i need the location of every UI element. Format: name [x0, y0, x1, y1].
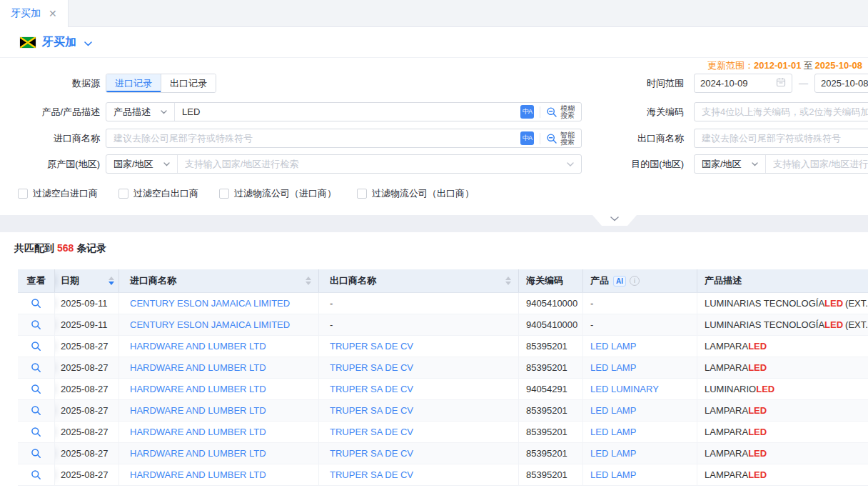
view-search-icon[interactable] — [31, 362, 41, 373]
exporter-label: 出口商名称 — [592, 129, 684, 148]
origin-country-group: 国家/地区 — [106, 154, 582, 174]
product-link[interactable]: LED LAMP — [590, 448, 636, 459]
exporter-link[interactable]: TRUPER SA DE CV — [330, 427, 413, 437]
importer-link[interactable]: HARDWARE AND LUMBER LTD — [130, 384, 266, 394]
view-search-icon[interactable] — [31, 469, 41, 480]
view-search-icon[interactable] — [31, 341, 41, 352]
exporter-link[interactable]: TRUPER SA DE CV — [330, 448, 413, 459]
sort-asc-icon[interactable] — [505, 277, 511, 280]
checkbox-filter-logistics-exporter[interactable]: 过滤物流公司（出口商） — [357, 187, 474, 200]
origin-type-select[interactable]: 国家/地区 — [106, 155, 178, 173]
date-cell: 2025-09-11 — [55, 314, 119, 335]
description-cell: LAMPARA LED — [697, 422, 868, 442]
view-search-icon[interactable] — [31, 427, 41, 437]
exporter-cell: TRUPER SA DE CV — [319, 443, 519, 464]
divider — [540, 133, 540, 144]
date-cell: 2025-09-11 — [55, 293, 119, 314]
importer-link[interactable]: CENTURY ESLON JAMAICA LIMITED — [130, 319, 290, 330]
exporter-link[interactable]: TRUPER SA DE CV — [330, 405, 413, 416]
sort-icons — [108, 277, 114, 285]
chevron-down-icon[interactable] — [567, 162, 581, 166]
product-search-input[interactable] — [175, 103, 520, 121]
view-search-icon[interactable] — [31, 298, 41, 309]
start-date-input[interactable] — [700, 78, 764, 89]
product-field-select[interactable]: 产品描述 — [106, 103, 175, 121]
end-date-input[interactable] — [821, 78, 868, 89]
end-date-picker[interactable] — [814, 74, 868, 93]
view-search-icon[interactable] — [31, 448, 41, 459]
importer-link[interactable]: HARDWARE AND LUMBER LTD — [130, 469, 266, 480]
product-link[interactable]: LED LAMP — [590, 362, 636, 373]
exporter-link[interactable]: TRUPER SA DE CV — [330, 341, 413, 352]
translate-icon[interactable]: 中A — [520, 105, 534, 119]
chevron-down-icon[interactable] — [84, 36, 92, 49]
importer-link[interactable]: HARDWARE AND LUMBER LTD — [130, 448, 266, 459]
importer-link[interactable]: HARDWARE AND LUMBER LTD — [130, 341, 266, 352]
exporter-link[interactable]: TRUPER SA DE CV — [330, 384, 413, 394]
export-records-tab[interactable]: 出口记录 — [161, 74, 216, 92]
origin-country-input[interactable] — [178, 155, 567, 173]
product-link[interactable]: LED LAMP — [590, 405, 636, 416]
sort-desc-icon[interactable] — [108, 282, 114, 285]
fuzzy-search-button[interactable]: 模糊搜索 — [546, 105, 575, 119]
col-header-importer[interactable]: 进口商名称 — [119, 269, 319, 292]
sort-icons — [306, 277, 311, 285]
checkbox-icon[interactable] — [219, 189, 229, 199]
update-range: 更新范围：2012-01-01至2025-10-08 — [707, 59, 862, 72]
sort-asc-icon[interactable] — [306, 277, 311, 280]
importer-link[interactable]: HARDWARE AND LUMBER LTD — [130, 427, 266, 437]
exporter-box — [694, 129, 868, 148]
destination-type-select[interactable]: 国家/地区 — [695, 155, 766, 173]
product-cell: LED LUMINARY — [583, 379, 697, 399]
table-row: 2025-08-27HARDWARE AND LUMBER LTDTRUPER … — [18, 357, 868, 379]
importer-link[interactable]: HARDWARE AND LUMBER LTD — [130, 405, 266, 416]
view-cell — [18, 357, 55, 378]
checkbox-filter-blank-importer[interactable]: 过滤空白进口商 — [18, 187, 98, 200]
date-cell: 2025-08-27 — [55, 443, 119, 464]
exporter-cell: TRUPER SA DE CV — [319, 336, 519, 357]
col-header-view: 查看 — [18, 269, 55, 292]
row-origin-country: 原产国(地区) 国家/地区 目的国(地区) 国家/地区 — [0, 154, 868, 174]
product-link[interactable]: LED LAMP — [590, 469, 636, 480]
exporter-link[interactable]: TRUPER SA DE CV — [330, 469, 413, 480]
view-search-icon[interactable] — [31, 405, 41, 416]
country-name[interactable]: 牙买加 — [42, 35, 76, 50]
sort-asc-icon[interactable] — [108, 277, 114, 280]
destination-country-input[interactable] — [766, 155, 868, 173]
exporter-link[interactable]: TRUPER SA DE CV — [330, 362, 413, 373]
checkbox-filter-logistics-importer[interactable]: 过滤物流公司（进口商） — [219, 187, 336, 200]
exporter-search-input[interactable] — [695, 129, 868, 147]
product-link[interactable]: LED LAMP — [590, 341, 636, 352]
update-range-label: 更新范围： — [707, 60, 754, 71]
importer-search-input[interactable] — [106, 129, 520, 147]
view-cell — [18, 400, 55, 421]
tab-label: 牙买加 — [11, 7, 41, 20]
start-date-picker[interactable] — [694, 74, 792, 93]
product-link[interactable]: LED LUMINARY — [590, 384, 659, 394]
close-icon[interactable]: ✕ — [49, 9, 57, 19]
checkbox-icon[interactable] — [357, 189, 367, 199]
checkbox-filter-blank-exporter[interactable]: 过滤空白出口商 — [118, 187, 198, 200]
smart-search-button[interactable]: 智能搜索 — [546, 131, 575, 146]
view-search-icon[interactable] — [31, 319, 41, 330]
time-range-label: 时间范围 — [592, 74, 684, 93]
date-cell: 2025-08-27 — [55, 336, 119, 357]
hs-code-input[interactable] — [695, 103, 868, 121]
tab-jamaica[interactable]: 牙买加 ✕ — [0, 0, 69, 27]
col-header-exporter[interactable]: 出口商名称 — [319, 269, 519, 292]
sort-desc-icon[interactable] — [306, 282, 311, 285]
sort-desc-icon[interactable] — [505, 282, 511, 285]
checkbox-icon[interactable] — [18, 189, 28, 199]
checkbox-label: 过滤空白出口商 — [133, 187, 198, 200]
info-icon[interactable]: i — [630, 276, 640, 286]
col-header-date[interactable]: 日期 — [55, 269, 119, 292]
importer-link[interactable]: CENTURY ESLON JAMAICA LIMITED — [130, 298, 290, 309]
checkbox-icon[interactable] — [118, 189, 128, 199]
translate-icon[interactable]: 中A — [520, 131, 534, 145]
view-cell — [18, 293, 55, 314]
import-records-tab[interactable]: 进口记录 — [106, 74, 161, 92]
view-search-icon[interactable] — [31, 384, 41, 394]
product-link[interactable]: LED LAMP — [590, 427, 636, 437]
importer-link[interactable]: HARDWARE AND LUMBER LTD — [130, 362, 266, 373]
hs-code-cell: 85395201 — [519, 422, 583, 442]
